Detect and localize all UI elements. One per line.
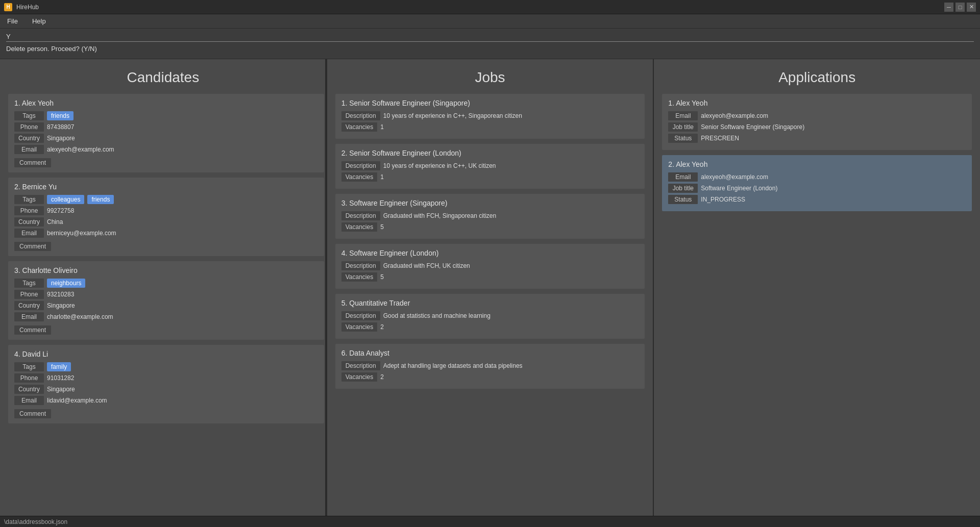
app-person-name: 1. Alex Yeoh: [668, 99, 966, 107]
job-title-row: Job title Software Engineer (London): [668, 184, 966, 193]
vacancies-row: Vacancies 2: [341, 322, 639, 332]
menubar: File Help: [0, 14, 980, 29]
description-row: Description 10 years of experience in C+…: [341, 161, 639, 170]
vacancies-row: Vacancies 1: [341, 172, 639, 182]
description-row: Description Graduated with FCH, UK citiz…: [341, 261, 639, 270]
country-value: Singapore: [47, 135, 75, 142]
job-item[interactable]: 2. Senior Software Engineer (London) Des…: [335, 144, 645, 189]
status-row: Status PRESCREEN: [668, 134, 966, 143]
job-name: 5. Quantitative Trader: [341, 299, 639, 307]
email-label: Email: [668, 172, 698, 182]
description-row: Description Graduated with FCH, Singapor…: [341, 211, 639, 220]
phone-label: Phone: [14, 290, 44, 299]
description-label: Description: [341, 261, 380, 270]
email-value: alexyeoh@example.com: [701, 112, 768, 119]
tags-row: Tags colleagues friends: [14, 195, 318, 204]
command-input[interactable]: [6, 32, 974, 42]
job-name: 2. Senior Software Engineer (London): [341, 149, 639, 157]
description-label: Description: [341, 311, 380, 320]
main-content: Candidates 1. Alex Yeoh Tags friends Pho…: [0, 59, 980, 516]
maximize-button[interactable]: □: [955, 3, 965, 12]
email-value: alexyeoh@example.com: [47, 146, 114, 153]
phone-label: Phone: [14, 206, 44, 215]
job-name: 6. Data Analyst: [341, 349, 639, 357]
job-item[interactable]: 1. Senior Software Engineer (Singapore) …: [335, 94, 645, 139]
statusbar: \data\addressbook.json: [0, 516, 980, 527]
applications-panel: Applications 1. Alex Yeoh Email alexyeoh…: [654, 59, 980, 516]
application-item[interactable]: 1. Alex Yeoh Email alexyeoh@example.com …: [662, 94, 972, 150]
job-name: 4. Software Engineer (London): [341, 249, 639, 257]
phone-row: Phone 91031282: [14, 373, 318, 383]
menu-file[interactable]: File: [4, 15, 21, 27]
job-title-label: Job title: [668, 122, 698, 132]
applications-header: Applications: [654, 59, 980, 94]
email-row: Email alexyeoh@example.com: [668, 172, 966, 182]
vacancies-label: Vacancies: [341, 272, 377, 282]
email-label: Email: [14, 312, 44, 321]
comment-button[interactable]: Comment: [14, 158, 51, 167]
job-title-row: Job title Senior Software Engineer (Sing…: [668, 122, 966, 132]
tags-label: Tags: [14, 279, 44, 288]
vacancies-row: Vacancies 5: [341, 222, 639, 232]
job-name: 3. Software Engineer (Singapore): [341, 199, 639, 207]
tags-label: Tags: [14, 362, 44, 371]
country-value: China: [47, 218, 63, 225]
phone-row: Phone 99272758: [14, 206, 318, 215]
vacancies-value: 2: [380, 323, 384, 331]
description-row: Description 10 years of experience in C+…: [341, 111, 639, 120]
description-row: Description Adept at handling large data…: [341, 361, 639, 370]
phone-label: Phone: [14, 122, 44, 132]
minimize-button[interactable]: ─: [944, 3, 953, 12]
tags-row: Tags neighbours: [14, 279, 318, 288]
vacancies-value: 2: [380, 373, 384, 381]
status-value: PRESCREEN: [701, 135, 739, 142]
app-icon: H: [4, 3, 12, 11]
description-label: Description: [341, 111, 380, 120]
tags-label: Tags: [14, 111, 44, 120]
vacancies-value: 5: [380, 273, 384, 281]
comment-button[interactable]: Comment: [14, 325, 51, 335]
candidate-item[interactable]: 2. Bernice Yu Tags colleagues friends Ph…: [8, 178, 324, 256]
job-title-value: Senior Software Engineer (Singapore): [701, 123, 804, 131]
tag-friends: friends: [87, 195, 114, 204]
job-item[interactable]: 5. Quantitative Trader Description Good …: [335, 294, 645, 339]
tags-row: Tags family: [14, 362, 318, 371]
vacancies-label: Vacancies: [341, 322, 377, 332]
candidate-item[interactable]: 3. Charlotte Oliveiro Tags neighbours Ph…: [8, 261, 324, 340]
country-value: Singapore: [47, 302, 75, 309]
status-row: Status IN_PROGRESS: [668, 195, 966, 204]
jobs-header: Jobs: [327, 59, 653, 94]
description-label: Description: [341, 361, 380, 370]
vacancies-label: Vacancies: [341, 372, 377, 382]
email-value: charlotte@example.com: [47, 313, 113, 320]
email-row: Email charlotte@example.com: [14, 312, 318, 321]
country-label: Country: [14, 134, 44, 143]
phone-label: Phone: [14, 373, 44, 383]
description-value: Good at statistics and machine learning: [383, 312, 491, 319]
job-item[interactable]: 6. Data Analyst Description Adept at han…: [335, 344, 645, 389]
country-row: Country Singapore: [14, 385, 318, 394]
vacancies-label: Vacancies: [341, 122, 377, 132]
tags-label: Tags: [14, 195, 44, 204]
statusbar-text: \data\addressbook.json: [4, 518, 67, 525]
candidate-name: 1. Alex Yeoh: [14, 99, 318, 107]
email-row: Email alexyeoh@example.com: [668, 111, 966, 120]
application-item[interactable]: 2. Alex Yeoh Email alexyeoh@example.com …: [662, 155, 972, 211]
candidate-item[interactable]: 4. David Li Tags family Phone 91031282 C…: [8, 345, 324, 423]
vacancies-label: Vacancies: [341, 222, 377, 232]
close-button[interactable]: ✕: [967, 3, 976, 12]
comment-button[interactable]: Comment: [14, 242, 51, 251]
phone-row: Phone 93210283: [14, 290, 318, 299]
job-item[interactable]: 4. Software Engineer (London) Descriptio…: [335, 244, 645, 289]
job-item[interactable]: 3. Software Engineer (Singapore) Descrip…: [335, 194, 645, 239]
candidate-name: 3. Charlotte Oliveiro: [14, 266, 318, 274]
description-row: Description Good at statistics and machi…: [341, 311, 639, 320]
candidate-item[interactable]: 1. Alex Yeoh Tags friends Phone 87438807…: [8, 94, 324, 172]
tag-colleagues: colleagues: [47, 195, 84, 204]
candidates-list: 1. Alex Yeoh Tags friends Phone 87438807…: [0, 94, 326, 516]
applications-list: 1. Alex Yeoh Email alexyeoh@example.com …: [654, 94, 980, 516]
phone-row: Phone 87438807: [14, 122, 318, 132]
tag-family: family: [47, 362, 71, 371]
comment-button[interactable]: Comment: [14, 409, 51, 418]
menu-help[interactable]: Help: [29, 15, 49, 27]
